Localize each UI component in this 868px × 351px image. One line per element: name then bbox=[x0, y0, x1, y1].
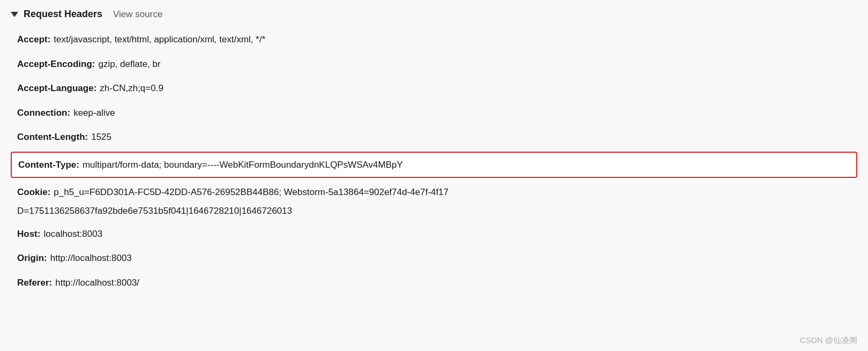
header-row-origin: Origin: http://localhost:8003 bbox=[11, 246, 857, 271]
header-name-referer: Referer: bbox=[17, 276, 52, 290]
header-row-accept: Accept: text/javascript, text/html, appl… bbox=[11, 27, 857, 52]
header-value-content-type: multipart/form-data; boundary=----WebKit… bbox=[83, 158, 403, 172]
header-name-origin: Origin: bbox=[17, 251, 47, 265]
header-value-origin: http://localhost:8003 bbox=[50, 251, 132, 265]
header-row-content-length: Content-Length: 1525 bbox=[11, 125, 857, 150]
header-name-cookie: Cookie: bbox=[17, 185, 50, 199]
header-name-accept-encoding: Accept-Encoding: bbox=[17, 57, 95, 71]
header-row-accept-language: Accept-Language: zh-CN,zh;q=0.9 bbox=[11, 76, 857, 101]
view-source-link[interactable]: View source bbox=[113, 9, 162, 20]
header-name-accept: Accept: bbox=[17, 33, 50, 47]
collapse-icon[interactable] bbox=[11, 12, 18, 17]
header-value-accept: text/javascript, text/html, application/… bbox=[54, 33, 265, 47]
header-name-content-length: Content-Length: bbox=[17, 130, 88, 144]
header-value-accept-encoding: gzip, deflate, br bbox=[98, 57, 160, 71]
header-value-referer: http://localhost:8003/ bbox=[55, 276, 139, 290]
header-row-referer: Referer: http://localhost:8003/ bbox=[11, 271, 857, 295]
header-row-host: Host: localhost:8003 bbox=[11, 222, 857, 247]
watermark: CSDN @仙凌阁 bbox=[800, 335, 857, 346]
header-row-cookie: Cookie: p_h5_u=F6DD301A-FC5D-42DD-A576-2… bbox=[11, 180, 857, 205]
headers-list: Accept: text/javascript, text/html, appl… bbox=[11, 27, 857, 295]
header-row-connection: Connection: keep-alive bbox=[11, 101, 857, 125]
header-value-accept-language: zh-CN,zh;q=0.9 bbox=[100, 81, 163, 95]
section-header: Request Headers View source bbox=[11, 9, 857, 20]
header-row-accept-encoding: Accept-Encoding: gzip, deflate, br bbox=[11, 52, 857, 77]
header-value-content-length: 1525 bbox=[91, 130, 111, 144]
header-name-content-type: Content-Type: bbox=[18, 158, 79, 172]
header-name-host: Host: bbox=[17, 227, 40, 241]
section-title-text: Request Headers bbox=[24, 9, 102, 20]
header-row-content-type: Content-Type: multipart/form-data; bound… bbox=[11, 152, 857, 178]
header-value-host: localhost:8003 bbox=[43, 227, 102, 241]
header-value-cookie: p_h5_u=F6DD301A-FC5D-42DD-A576-26952BB44… bbox=[54, 185, 448, 199]
section-title: Request Headers bbox=[11, 9, 102, 20]
cookie-continuation: D=1751136258637fa92bde6e7531b5f041|16467… bbox=[11, 205, 857, 222]
header-name-connection: Connection: bbox=[17, 106, 70, 120]
header-value-connection: keep-alive bbox=[73, 106, 115, 120]
devtools-panel: Request Headers View source Accept: text… bbox=[0, 0, 868, 351]
header-name-accept-language: Accept-Language: bbox=[17, 81, 96, 95]
